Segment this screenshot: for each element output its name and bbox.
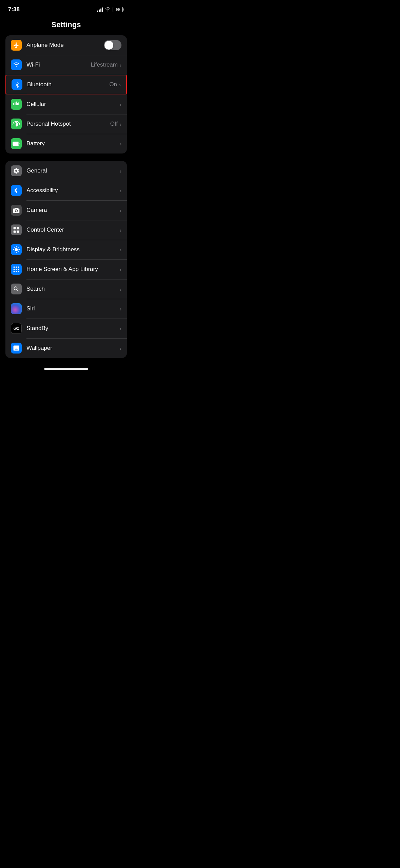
svg-point-3	[16, 188, 17, 189]
svg-line-19	[15, 328, 16, 329]
wallpaper-chevron: ›	[120, 345, 121, 351]
siri-row[interactable]: Siri ›	[5, 299, 127, 319]
general-settings-group: General › Accessibility › Camera ›	[5, 161, 127, 358]
status-icons: 99	[97, 7, 124, 12]
search-row[interactable]: Search ›	[5, 279, 127, 299]
airplane-mode-toggle[interactable]	[104, 40, 121, 50]
camera-chevron: ›	[120, 207, 121, 213]
home-screen-label: Home Screen & App Library	[26, 266, 120, 273]
svg-rect-10	[18, 267, 19, 268]
bluetooth-value: On	[109, 81, 117, 88]
airplane-mode-row[interactable]: Airplane Mode	[5, 35, 127, 55]
standby-chevron: ›	[120, 326, 121, 331]
wallpaper-row[interactable]: Wallpaper ›	[5, 338, 127, 358]
svg-rect-5	[17, 227, 19, 230]
home-bar	[44, 368, 88, 370]
battery-status: 99	[113, 7, 124, 12]
cellular-label: Cellular	[26, 101, 120, 108]
general-icon	[11, 165, 22, 176]
svg-rect-6	[14, 231, 16, 233]
personal-hotspot-value: Off	[110, 121, 118, 127]
svg-rect-4	[14, 227, 16, 230]
signal-bars-icon	[97, 7, 103, 12]
svg-rect-1	[19, 143, 19, 145]
svg-rect-13	[18, 269, 19, 270]
svg-rect-9	[16, 267, 17, 268]
camera-row[interactable]: Camera ›	[5, 200, 127, 220]
battery-label: Battery	[26, 140, 120, 147]
home-screen-icon	[11, 264, 22, 275]
control-center-icon	[11, 224, 22, 235]
svg-rect-15	[16, 271, 17, 272]
wifi-value: Lifestream	[91, 61, 118, 68]
battery-icon	[11, 138, 22, 149]
svg-rect-11	[14, 269, 15, 270]
control-center-label: Control Center	[26, 227, 120, 233]
airplane-mode-label: Airplane Mode	[26, 42, 104, 49]
general-chevron: ›	[120, 168, 121, 174]
battery-chevron: ›	[120, 141, 121, 147]
svg-rect-12	[16, 269, 17, 270]
page-title: Settings	[0, 17, 132, 35]
svg-rect-7	[17, 231, 19, 233]
cellular-icon	[11, 99, 22, 110]
general-row[interactable]: General ›	[5, 161, 127, 181]
display-brightness-row[interactable]: Display & Brightness ›	[5, 240, 127, 259]
home-screen-row[interactable]: Home Screen & App Library ›	[5, 259, 127, 279]
status-time: 7:38	[8, 6, 20, 13]
control-center-row[interactable]: Control Center ›	[5, 220, 127, 240]
wifi-label: Wi-Fi	[26, 61, 91, 68]
svg-rect-20	[17, 327, 19, 330]
search-label: Search	[26, 286, 120, 292]
battery-row[interactable]: Battery ›	[5, 134, 127, 153]
accessibility-label: Accessibility	[26, 187, 120, 194]
svg-rect-16	[18, 271, 19, 272]
display-brightness-icon	[11, 244, 22, 255]
siri-icon	[11, 303, 22, 314]
personal-hotspot-label: Personal Hotspot	[26, 121, 110, 127]
siri-chevron: ›	[120, 306, 121, 312]
svg-rect-14	[14, 271, 15, 272]
home-indicator	[0, 365, 132, 372]
search-settings-icon	[11, 284, 22, 294]
bluetooth-label: Bluetooth	[27, 81, 109, 88]
personal-hotspot-row[interactable]: Personal Hotspot Off ›	[5, 114, 127, 134]
camera-label: Camera	[26, 207, 120, 214]
accessibility-icon	[11, 185, 22, 196]
siri-label: Siri	[26, 305, 120, 312]
cellular-chevron: ›	[120, 102, 121, 107]
display-brightness-label: Display & Brightness	[26, 246, 120, 253]
general-label: General	[26, 167, 120, 174]
camera-icon	[11, 205, 22, 216]
cellular-row[interactable]: Cellular ›	[5, 94, 127, 114]
accessibility-chevron: ›	[120, 188, 121, 194]
svg-rect-8	[14, 267, 15, 268]
wifi-status-icon	[105, 7, 111, 12]
standby-icon	[11, 323, 22, 334]
accessibility-row[interactable]: Accessibility ›	[5, 181, 127, 200]
standby-label: StandBy	[26, 325, 120, 332]
control-center-chevron: ›	[120, 227, 121, 233]
personal-hotspot-chevron: ›	[120, 121, 121, 127]
wallpaper-label: Wallpaper	[26, 345, 120, 351]
bluetooth-row[interactable]: Bluetooth On ›	[5, 75, 127, 94]
bluetooth-icon	[12, 79, 22, 90]
svg-rect-2	[13, 142, 18, 145]
standby-row[interactable]: StandBy ›	[5, 319, 127, 338]
bluetooth-chevron: ›	[119, 82, 121, 88]
wallpaper-icon	[11, 343, 22, 354]
connectivity-group: Airplane Mode Wi-Fi Lifestream › Bluetoo…	[5, 35, 127, 153]
airplane-mode-icon	[11, 40, 22, 51]
personal-hotspot-icon	[11, 119, 22, 129]
search-chevron: ›	[120, 286, 121, 292]
display-brightness-chevron: ›	[120, 247, 121, 253]
wifi-icon	[11, 59, 22, 70]
home-screen-chevron: ›	[120, 267, 121, 272]
wifi-chevron: ›	[120, 62, 121, 68]
wifi-row[interactable]: Wi-Fi Lifestream ›	[5, 55, 127, 75]
status-bar: 7:38 99	[0, 0, 132, 17]
